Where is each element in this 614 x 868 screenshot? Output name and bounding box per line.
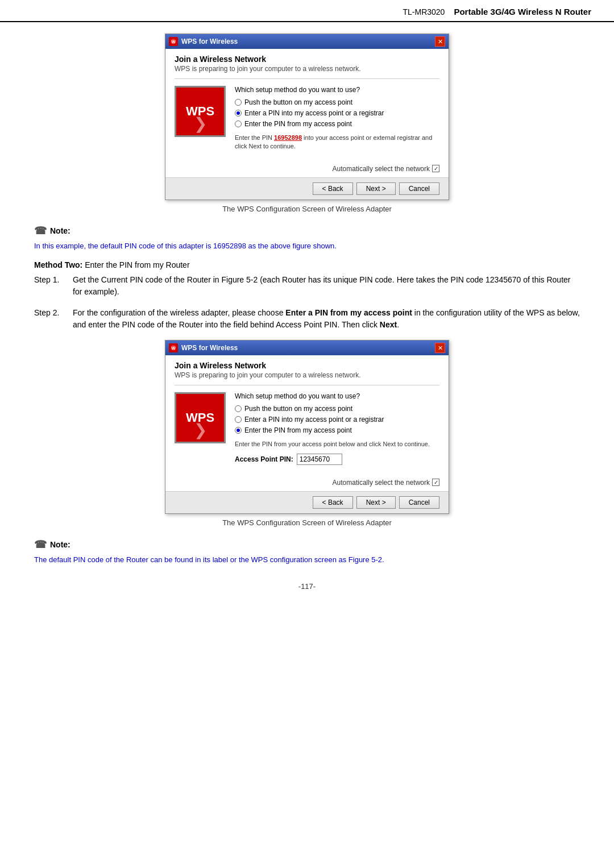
dialog2-auto-row: Automatically select the network ✓ [175,475,439,491]
svg-text:W: W [172,346,176,350]
dialog2-radio-3-circle [235,427,242,434]
dialog2-pin-instruction: Enter the PIN from your access point bel… [235,440,439,448]
note-2-text: The default PIN code of the Router can b… [34,554,580,566]
dialog1-auto-select: Automatically select the network ✓ [333,165,439,173]
dialog2-titlebar: W WPS for Wireless ✕ [165,340,449,355]
dialog2-option-1[interactable]: Push the button on my access point [235,405,439,413]
dialog1-option-2-label: Enter a PIN into my access point or a re… [244,109,384,117]
wps-dialog-1: W WPS for Wireless ✕ Join a Wireless Net… [165,34,449,200]
page-number: -117- [34,582,580,591]
dialog1-radio-group: Push the button on my access point Enter… [235,98,439,128]
dialog1-subtitle: WPS is preparing to join your computer t… [175,65,439,73]
dialog2-cancel-button[interactable]: Cancel [399,496,439,509]
dialog1-divider [175,78,439,79]
wps-small-icon-2: W [169,343,178,352]
dialog2-radio-1-circle [235,405,242,412]
radio-2-circle [235,110,242,117]
note-section-1: ☎ Note: In this example, the default PIN… [34,225,580,252]
step-2-bold2: Next [380,320,397,329]
access-point-pin-input[interactable] [297,454,342,465]
wps-logo-2: WPS ❯ [175,392,226,443]
note-1-label-text: Note: [50,226,70,235]
dialog1-titlebar: W WPS for Wireless ✕ [165,34,449,49]
dialog2-auto-select: Automatically select the network ✓ [333,479,439,487]
pin-value-1: 16952898 [274,134,302,141]
access-point-pin-label: Access Point PIN: [235,455,293,463]
main-content: W WPS for Wireless ✕ Join a Wireless Net… [0,34,614,613]
header-title: Portable 3G/4G Wireless N Router [454,7,591,16]
wps-small-icon: W [169,37,178,46]
dialog2-option-2[interactable]: Enter a PIN into my access point or a re… [235,416,439,423]
dialog1-option-3[interactable]: Enter the PIN from my access point [235,120,439,128]
dialog1-option-3-label: Enter the PIN from my access point [244,120,352,128]
step-2-pre: For the configuration of the wireless ad… [73,308,285,317]
dialog1-auto-row: Automatically select the network ✓ [175,161,439,177]
dialog1-cancel-button[interactable]: Cancel [399,182,439,195]
step-2-label: Step 2. [34,307,68,331]
dialog1-back-button[interactable]: < Back [313,182,353,195]
dialog2-content-area: WPS ❯ Which setup method do you want to … [175,392,439,475]
dialog1-content-area: WPS ❯ Which setup method do you want to … [175,86,439,161]
dialog1-option-1[interactable]: Push the button on my access point [235,98,439,106]
dialog2-section-title: Join a Wireless Network [175,361,439,370]
method-2-text: Enter the PIN from my Router [82,260,189,269]
dialog2-radio-2-circle [235,416,242,423]
radio-3-circle [235,121,242,127]
caption-1: The WPS Configuration Screen of Wireless… [34,205,580,213]
step-2: Step 2. For the configuration of the wir… [34,307,580,331]
dialog2-divider [175,385,439,385]
step-2-text: For the configuration of the wireless ad… [73,307,580,331]
dialog2-option-2-label: Enter a PIN into my access point or a re… [244,416,384,423]
method-2-heading: Method Two: Enter the PIN from my Router [34,260,580,269]
dialog2-option-1-label: Push the button on my access point [244,405,352,413]
dialog2-option-3[interactable]: Enter the PIN from my access point [235,426,439,434]
dialog1-footer: < Back Next > Cancel [165,177,449,200]
dialog1-auto-select-checkbox[interactable]: ✓ [432,165,439,172]
step-2-bold1: Enter a PIN from my access point [285,308,412,317]
dialog2-subtitle: WPS is preparing to join your computer t… [175,371,439,379]
wps-dialog-2: W WPS for Wireless ✕ Join a Wireless Net… [165,340,449,513]
dialog1-auto-select-label: Automatically select the network [333,165,430,173]
wps-logo-text-2: WPS [186,410,214,425]
dialog1-option-2[interactable]: Enter a PIN into my access point or a re… [235,109,439,117]
dialog2-options: Which setup method do you want to use? P… [235,392,439,469]
page-header: TL-MR3020 Portable 3G/4G Wireless N Rout… [0,0,614,22]
dialog2-title: WPS for Wireless [181,344,238,352]
note-2-label-text: Note: [50,540,70,549]
radio-1-circle [235,99,242,106]
note-phone-icon-2: ☎ [34,538,47,551]
dialog1-body: Join a Wireless Network WPS is preparing… [165,49,449,177]
dialog2-close-button[interactable]: ✕ [435,343,445,353]
step-1-text: Get the Current PIN code of the Router i… [73,274,580,298]
header-model: TL-MR3020 [403,7,445,16]
note-2-label: ☎ Note: [34,538,580,551]
caption-2: The WPS Configuration Screen of Wireless… [34,518,580,527]
dialog1-titlebar-left: W WPS for Wireless [169,37,238,46]
dialog1-next-button[interactable]: Next > [356,182,396,195]
note-phone-icon-1: ☎ [34,225,47,237]
wps-logo-1: WPS ❯ [175,86,226,137]
dialog1-close-button[interactable]: ✕ [435,36,445,47]
dialog2-back-button[interactable]: < Back [313,496,353,509]
dialog1-option-1-label: Push the button on my access point [244,98,352,106]
dialog2-body: Join a Wireless Network WPS is preparing… [165,355,449,491]
dialog1-options: Which setup method do you want to use? P… [235,86,439,156]
dialog1-section-title: Join a Wireless Network [175,55,439,64]
dialog2-radio-group: Push the button on my access point Enter… [235,405,439,434]
step-1-label: Step 1. [34,274,68,298]
dialog2-titlebar-left: W WPS for Wireless [169,343,238,352]
pin-instruction-pre: Enter the PIN [235,134,274,141]
dialog2-auto-select-label: Automatically select the network [333,479,430,487]
note-1-text: In this example, the default PIN code of… [34,240,580,252]
note-section-2: ☎ Note: The default PIN code of the Rout… [34,538,580,566]
dialog1-title: WPS for Wireless [181,38,238,45]
access-point-pin-row: Access Point PIN: [235,454,439,465]
dialog2-options-title: Which setup method do you want to use? [235,392,439,400]
method-2-bold: Method Two: [34,260,82,269]
svg-text:W: W [172,40,176,44]
dialog2-option-3-label: Enter the PIN from my access point [244,426,352,434]
dialog2-next-button[interactable]: Next > [356,496,396,509]
step-1: Step 1. Get the Current PIN code of the … [34,274,580,298]
dialog2-auto-select-checkbox[interactable]: ✓ [432,479,439,486]
wps-logo-text-1: WPS [186,104,214,119]
